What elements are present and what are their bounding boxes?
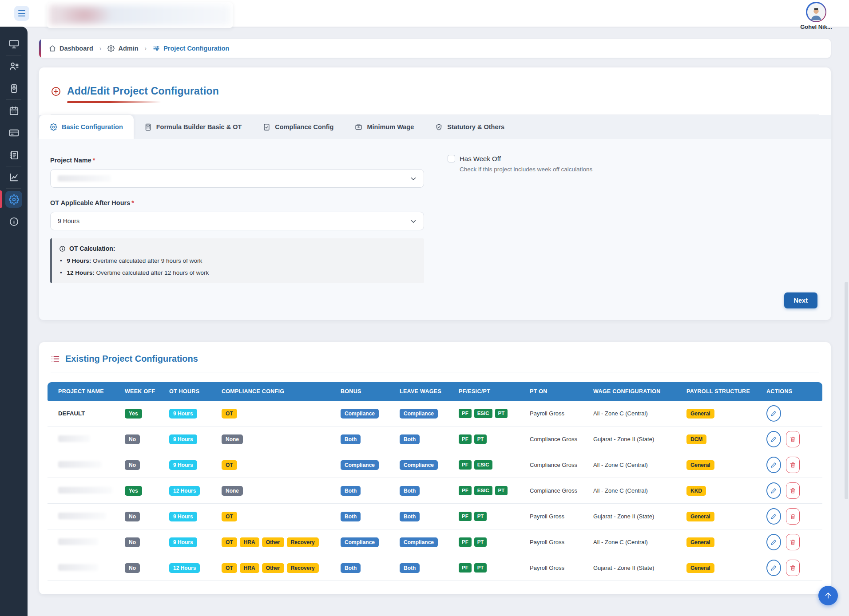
project-name-redacted — [58, 435, 90, 442]
week-off-help-text: Check if this project includes week off … — [460, 166, 592, 173]
cell-compliance-config: OT — [211, 401, 330, 426]
cell-pt-on: Payroll Gross — [519, 555, 583, 581]
table-row: No9 HoursOTHRAOtherRecoveryComplianceCom… — [48, 529, 822, 555]
badge-ot: OT — [222, 563, 237, 573]
tab-label: Basic Configuration — [62, 123, 123, 130]
delete-button[interactable] — [786, 534, 800, 550]
cell-bonus: Compliance — [330, 401, 389, 426]
cell-project-name: DEFAULT — [48, 401, 114, 426]
breadcrumb-item-admin[interactable]: Admin — [107, 45, 138, 52]
sidebar-item-monitor[interactable] — [0, 33, 28, 55]
sidebar-item-calendar[interactable] — [0, 99, 28, 122]
calculator-icon — [144, 123, 152, 131]
app-logo — [47, 2, 233, 28]
cell-week-off: Yes — [114, 478, 159, 504]
badge-compliance: Compliance — [400, 460, 438, 470]
cell-pf-esic-pt: PFPT — [448, 529, 519, 555]
cell-wage-configuration: Gujarat - Zone II (State) — [583, 555, 676, 581]
badge-12-hours: 12 Hours — [169, 563, 200, 573]
badge-pt: PT — [495, 486, 508, 496]
edit-button[interactable] — [766, 508, 781, 525]
badge-yes: Yes — [125, 409, 142, 419]
delete-button[interactable] — [786, 560, 800, 576]
sidebar-item-info[interactable] — [0, 210, 28, 233]
sidebar-item-users[interactable] — [0, 55, 28, 77]
ot-calculation-info: OT Calculation: 9 Hours: Overtime calcul… — [50, 238, 424, 283]
breadcrumb-separator: › — [145, 45, 147, 52]
breadcrumb-separator: › — [99, 45, 102, 52]
cell-wage-configuration: All - Zone C (Central) — [583, 452, 676, 478]
sidebar-item-report[interactable] — [0, 144, 28, 166]
gear-icon — [50, 123, 57, 131]
sidebar-item-chart[interactable] — [0, 166, 28, 188]
cell-leave-wages: Both — [389, 478, 448, 504]
project-name-select[interactable] — [50, 169, 424, 188]
badge-recovery: Recovery — [287, 537, 319, 547]
sidebar-nav — [0, 27, 28, 616]
user-menu[interactable]: Gohel Nik... — [795, 2, 837, 30]
delete-button[interactable] — [786, 482, 800, 499]
next-button[interactable]: Next — [784, 292, 817, 308]
breadcrumb-label: Admin — [118, 45, 138, 52]
edit-button[interactable] — [766, 534, 781, 550]
cell-bonus: Both — [330, 504, 389, 529]
sidebar-item-credit-card[interactable] — [0, 122, 28, 144]
edit-button[interactable] — [766, 431, 781, 447]
tab-formula-builder-basic-ot[interactable]: Formula Builder Basic & OT — [134, 115, 253, 139]
badge-no: No — [125, 512, 140, 521]
week-off-checkbox-row[interactable]: Has Week Off — [448, 155, 592, 162]
tab-minimum-wage[interactable]: Minimum Wage — [344, 115, 424, 139]
edit-button[interactable] — [766, 405, 781, 422]
delete-button[interactable] — [786, 508, 800, 525]
tab-compliance-config[interactable]: Compliance Config — [252, 115, 344, 139]
delete-button[interactable] — [786, 431, 800, 447]
edit-button[interactable] — [766, 457, 781, 473]
badge-compliance: Compliance — [341, 409, 379, 419]
monitor-icon — [9, 39, 19, 49]
week-off-checkbox[interactable] — [448, 155, 455, 162]
page-scrollbar-thumb[interactable] — [845, 282, 848, 499]
badge-ot: OT — [222, 460, 237, 470]
sidebar-item-gear[interactable] — [0, 188, 28, 210]
sidebar-item-id-card[interactable] — [0, 77, 28, 99]
badge-recovery: Recovery — [287, 563, 319, 573]
badge-9-hours: 9 Hours — [169, 409, 197, 419]
badge-hra: HRA — [240, 537, 259, 547]
cell-project-name — [48, 504, 114, 529]
cell-leave-wages: Compliance — [389, 401, 448, 426]
project-name-redacted — [58, 513, 106, 519]
column-header-actions: ACTIONS — [756, 382, 822, 401]
badge-compliance: Compliance — [400, 537, 438, 547]
breadcrumb-item-dashboard[interactable]: Dashboard — [49, 45, 93, 52]
edit-button[interactable] — [766, 560, 781, 576]
tab-basic-configuration[interactable]: Basic Configuration — [39, 115, 134, 139]
chevron-down-icon — [409, 175, 417, 183]
existing-configurations-card: Existing Project Configurations PROJECT … — [39, 342, 831, 594]
chart-icon — [9, 172, 19, 182]
arrow-up-icon — [824, 591, 833, 600]
badge-esic: ESIC — [474, 460, 492, 470]
cell-payroll-structure: DCM — [676, 426, 756, 452]
cell-compliance-config: None — [211, 478, 330, 504]
logo-redacted — [49, 5, 230, 25]
badge-other: Other — [262, 563, 284, 573]
tab-label: Statutory & Others — [447, 123, 504, 130]
badge-general: General — [686, 512, 714, 521]
badge-general: General — [686, 563, 714, 573]
cell-project-name — [48, 478, 114, 504]
tab-statutory-others[interactable]: Statutory & Others — [424, 115, 515, 139]
cell-actions — [756, 529, 822, 555]
cell-payroll-structure: General — [676, 555, 756, 581]
cell-pf-esic-pt: PFPT — [448, 426, 519, 452]
info-icon — [59, 245, 66, 252]
cell-payroll-structure: KKD — [676, 478, 756, 504]
gear-icon — [9, 194, 19, 205]
column-header-ot-hours: OT HOURS — [159, 382, 211, 401]
scroll-to-top-button[interactable] — [818, 586, 838, 605]
hamburger-menu-button[interactable] — [14, 6, 29, 21]
edit-button[interactable] — [766, 482, 781, 499]
badge-12-hours: 12 Hours — [169, 486, 200, 496]
delete-button[interactable] — [786, 457, 800, 473]
ot-hours-select[interactable]: 9 Hours — [50, 212, 424, 230]
cell-project-name — [48, 555, 114, 581]
